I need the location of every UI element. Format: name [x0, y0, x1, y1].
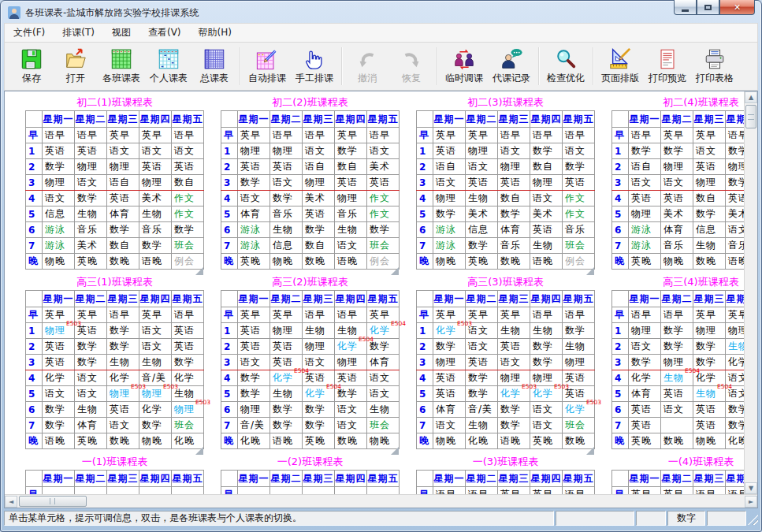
timetable-cell[interactable]: 作文 [563, 206, 595, 222]
horizontal-scrollbar[interactable]: ◄ ► [5, 494, 757, 508]
timetable-cell[interactable]: 英早 [139, 307, 172, 323]
timetable-cell[interactable]: 语文 [367, 386, 400, 402]
timetable-cell[interactable]: 语早 [661, 307, 693, 323]
timetable-cell[interactable]: 物理 [270, 143, 303, 159]
timetable-cell[interactable]: 数学 [270, 191, 303, 206]
timetable-cell[interactable]: 语晚 [530, 254, 563, 270]
timetable-cell[interactable]: 化学E504 [303, 386, 335, 402]
timetable-cell[interactable]: 音乐 [498, 238, 530, 254]
timetable-cell[interactable]: 英早 [693, 307, 726, 323]
timetable-cell[interactable]: 生物 [367, 402, 400, 418]
undo-button[interactable]: 撤消 [345, 46, 389, 87]
timetable-cell[interactable]: 英语 [43, 339, 75, 355]
timetable-cell[interactable]: 生物 [107, 355, 139, 370]
timetable-cell[interactable]: 音乐 [139, 222, 172, 238]
timetable-cell[interactable]: 英早 [238, 128, 270, 143]
timetable-cell[interactable]: 作文 [172, 191, 204, 206]
timetable-cell[interactable]: 数学 [75, 191, 107, 206]
timetable-cell[interactable]: 语文 [726, 222, 745, 238]
timetable-cell[interactable]: 英早 [661, 487, 693, 495]
timetable-cell[interactable]: 生物 [303, 323, 335, 339]
timetable-cell[interactable]: 作文 [367, 206, 400, 222]
timetable-cell[interactable]: 英语 [693, 159, 726, 175]
timetable-cell[interactable]: 语晚 [335, 254, 367, 270]
timetable-cell[interactable]: 数学 [629, 355, 661, 370]
timetable-cell[interactable]: 数学 [238, 386, 270, 402]
timetable-cell[interactable]: 物理 [139, 175, 172, 191]
timetable-cell[interactable]: 数学 [172, 222, 204, 238]
timetable-cell[interactable]: 信息 [693, 222, 726, 238]
timetable-cell[interactable]: 数自 [530, 159, 563, 175]
timetable-cell[interactable]: 信息 [43, 206, 75, 222]
timetable-cell[interactable]: 游泳 [43, 222, 75, 238]
timetable-cell[interactable]: 英晚 [629, 254, 661, 270]
timetable-cell[interactable]: 语文 [530, 402, 563, 418]
timetable-cell[interactable]: 数学 [303, 418, 335, 433]
timetable-cell[interactable]: 生物 [75, 402, 107, 418]
timetable-cell[interactable]: 英晚 [629, 433, 661, 449]
timetable-cell[interactable]: 语自 [107, 175, 139, 191]
timetable-cell[interactable]: 数晚 [335, 433, 367, 449]
timetable-cell[interactable]: 数学 [238, 370, 270, 386]
timetable-cell[interactable]: 英语 [661, 191, 693, 206]
timetable-cell[interactable]: 语早 [563, 307, 595, 323]
timetable-cell[interactable]: 体育 [367, 355, 400, 370]
timetable-cell[interactable]: 化学E504 [335, 339, 367, 355]
timetable-cell[interactable]: 语文 [107, 418, 139, 433]
timetable-cell[interactable]: 信息 [466, 222, 498, 238]
timetable-cell[interactable]: 物理 [629, 206, 661, 222]
timetable-cell[interactable]: 化晚 [726, 433, 745, 449]
timetable-cell[interactable]: 语文 [466, 159, 498, 175]
timetable-cell[interactable]: 数学 [139, 418, 172, 433]
timetable-cell[interactable]: 物理 [107, 159, 139, 175]
timetable-cell[interactable]: 数晚 [303, 254, 335, 270]
timetable-cell[interactable]: 生物 [693, 238, 726, 254]
timetable-cell[interactable]: 物理 [303, 339, 335, 355]
timetable-cell[interactable]: 语文 [139, 323, 172, 339]
timetable-cell[interactable]: 数学 [693, 339, 726, 355]
horizontal-scroll-thumb[interactable] [19, 496, 87, 507]
check-button[interactable]: 检查优化 [542, 46, 589, 87]
timetable-cell[interactable]: 英语 [433, 143, 466, 159]
timetable-cell[interactable]: 语自 [629, 159, 661, 175]
timetable-cell[interactable]: 生物 [75, 206, 107, 222]
timetable-cell[interactable]: 英早 [693, 128, 726, 143]
timetable-cell[interactable]: 语文 [498, 355, 530, 370]
timetable-cell[interactable]: 语文 [367, 370, 400, 386]
timetable-cell[interactable]: 英早 [530, 487, 563, 495]
timetable-cell[interactable]: 语文 [661, 402, 693, 418]
timetable-cell[interactable]: 数学 [107, 339, 139, 355]
scroll-right-button[interactable]: ► [745, 496, 757, 508]
timetable-cell[interactable]: 生物 [498, 323, 530, 339]
timetable-cell[interactable]: 物理 [238, 143, 270, 159]
vertical-scroll-thumb[interactable] [745, 105, 756, 128]
timetable-cell[interactable]: 语文 [530, 191, 563, 206]
timetable-cell[interactable]: 数学 [303, 222, 335, 238]
timetable-cell[interactable]: 英晚 [530, 433, 563, 449]
manual-schedule-button[interactable]: 手工排课 [291, 46, 338, 87]
timetable-cell[interactable]: 语文 [43, 386, 75, 402]
timetable-cell[interactable]: 音/美 [238, 418, 270, 433]
timetable-cell[interactable]: 物晚 [139, 433, 172, 449]
timetable-cell[interactable]: 数晚 [107, 254, 139, 270]
timetable-cell[interactable]: 生物 [530, 323, 563, 339]
timetable-cell[interactable]: 游泳 [43, 238, 75, 254]
timetable-cell[interactable]: 数学 [43, 159, 75, 175]
timetable-cell[interactable]: 体育 [629, 386, 661, 402]
timetable-cell[interactable]: 英语 [238, 339, 270, 355]
timetable-cell[interactable]: 数学 [172, 355, 204, 370]
timetable-cell[interactable]: 体育 [75, 418, 107, 433]
timetable-cell[interactable]: 物理E503 [172, 402, 204, 418]
timetable-cell[interactable]: 语早 [172, 307, 204, 323]
timetable-cell[interactable]: 英语 [726, 191, 745, 206]
timetable-cell[interactable]: 英语 [629, 402, 661, 418]
timetable-cell[interactable]: 英晚 [75, 433, 107, 449]
timetable-cell[interactable]: 语早 [270, 128, 303, 143]
timetable-cell[interactable]: 数学 [498, 206, 530, 222]
timetable-cell[interactable]: 语早 [303, 128, 335, 143]
close-button[interactable]: ✕ [719, 0, 755, 15]
timetable-cell[interactable]: 数学 [139, 238, 172, 254]
timetable-cell[interactable]: 英语 [498, 175, 530, 191]
timetable-cell[interactable]: 生物E504 [661, 370, 693, 386]
timetable-cell[interactable]: 英语 [563, 175, 595, 191]
